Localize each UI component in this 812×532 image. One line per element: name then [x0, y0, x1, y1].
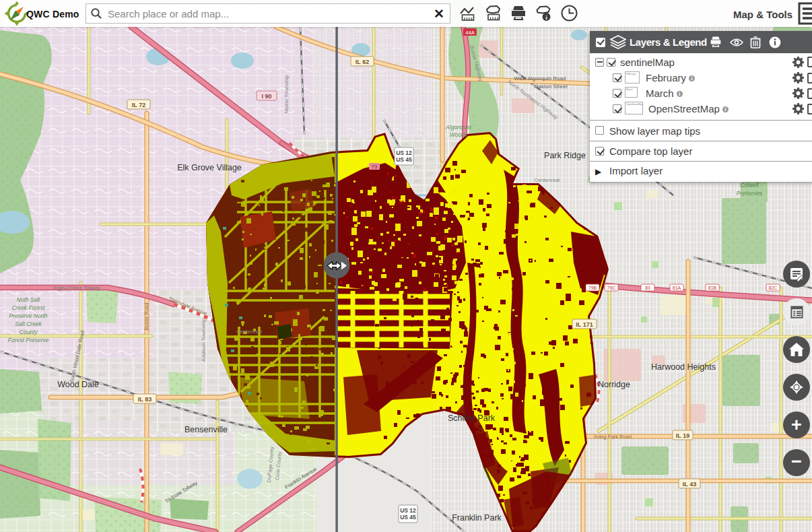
svg-text:County: County — [20, 329, 38, 335]
svg-text:Park Ridge: Park Ridge — [544, 151, 586, 160]
svg-text:IL 43: IL 43 — [683, 481, 696, 488]
svg-text:44A: 44A — [465, 30, 474, 36]
svg-text:73: 73 — [372, 164, 377, 170]
svg-text:81B: 81B — [708, 286, 717, 290]
svg-text:US 12: US 12 — [400, 507, 416, 514]
svg-text:Colwell: Colwell — [740, 182, 759, 189]
svg-text:Irving Park Road: Irving Park Road — [594, 434, 632, 440]
svg-text:Centennial: Centennial — [534, 177, 560, 183]
svg-text:US 45: US 45 — [396, 156, 412, 163]
svg-text:IL 72: IL 72 — [132, 102, 145, 108]
svg-text:Bensenville: Bensenville — [184, 425, 228, 434]
svg-text:Schiller Park: Schiller Park — [448, 413, 496, 423]
svg-text:West Algonquin Road: West Algonquin Road — [514, 75, 566, 81]
svg-text:IL 62: IL 62 — [356, 59, 369, 65]
svg-text:IL 171: IL 171 — [576, 321, 593, 328]
svg-text:I 90: I 90 — [261, 93, 271, 100]
svg-text:Oakton Street: Oakton Street — [534, 84, 568, 90]
svg-text:Norridge: Norridge — [598, 380, 630, 389]
svg-text:Preserve North: Preserve North — [9, 312, 47, 319]
svg-text:US 12: US 12 — [396, 149, 412, 156]
svg-text:Algonquin: Algonquin — [445, 124, 471, 131]
svg-text:Salt Creek: Salt Creek — [15, 321, 42, 327]
svg-text:Elk Grove Village: Elk Grove Village — [177, 163, 242, 172]
svg-text:Noth Salt: Noth Salt — [17, 296, 41, 303]
svg-text:Forest Preserve: Forest Preserve — [8, 337, 49, 343]
svg-text:Elgin-O'Hare Tollway: Elgin-O'Hare Tollway — [53, 285, 100, 291]
svg-text:Wood Dale: Wood Dale — [57, 380, 99, 389]
svg-text:82C: 82C — [769, 286, 778, 290]
svg-text:IL 19: IL 19 — [676, 432, 689, 439]
svg-text:Addison Township: Addison Township — [201, 318, 207, 362]
svg-text:Franklin Park: Franklin Park — [452, 513, 502, 523]
svg-text:80: 80 — [645, 286, 650, 290]
svg-text:Centennial: Centennial — [236, 329, 262, 335]
svg-text:Creek Forest: Creek Forest — [11, 304, 45, 311]
svg-text:Preserves: Preserves — [737, 190, 763, 197]
svg-text:Maine Township: Maine Township — [283, 75, 290, 114]
svg-text:79C: 79C — [607, 286, 616, 290]
svg-text:81A: 81A — [673, 286, 681, 290]
svg-text:US 45: US 45 — [400, 514, 416, 521]
svg-text:Harwood Heights: Harwood Heights — [651, 362, 716, 372]
svg-text:Busse Road: Busse Road — [143, 303, 149, 331]
svg-text:79B: 79B — [588, 286, 597, 290]
svg-text:Woods: Woods — [450, 131, 468, 138]
svg-text:IL 83: IL 83 — [138, 396, 151, 403]
